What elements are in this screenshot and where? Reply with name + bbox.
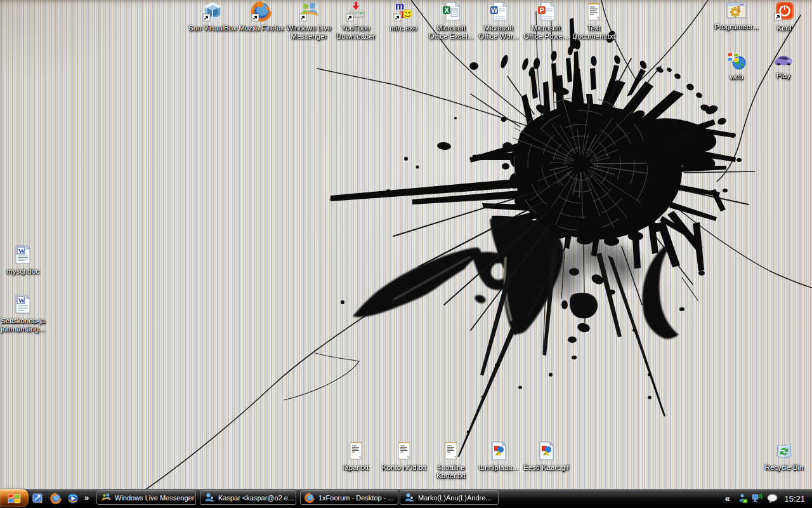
svg-text:X: X [445,6,450,14]
svg-text:W: W [18,297,25,304]
svg-text:P: P [540,6,544,14]
svg-text:1: 1 [737,4,741,13]
svg-text:W: W [18,247,25,255]
svg-text:W: W [491,6,498,14]
